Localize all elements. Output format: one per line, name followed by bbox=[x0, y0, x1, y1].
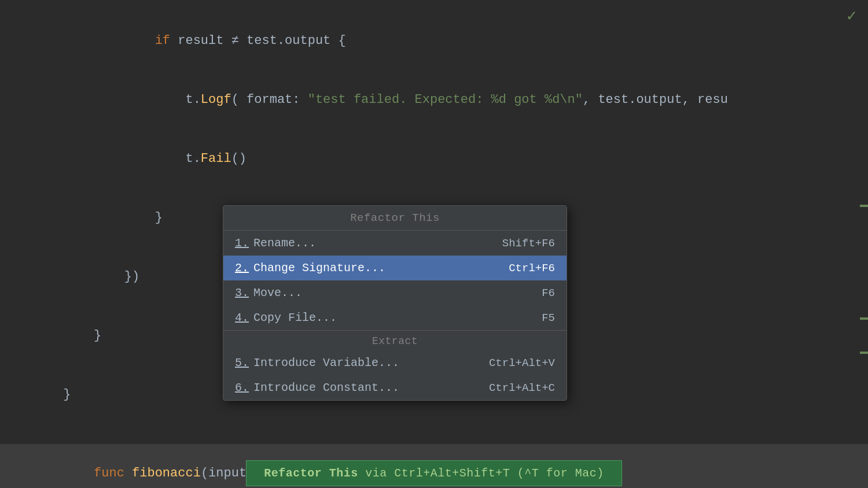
menu-item-copy-file-num: 4. bbox=[235, 311, 249, 324]
menu-item-change-signature[interactable]: 2. Change Signature... Ctrl+F6 bbox=[223, 256, 567, 280]
menu-item-copy-file-label: Copy File... bbox=[253, 311, 337, 324]
menu-item-introduce-constant-left: 6. Introduce Constant... bbox=[235, 381, 399, 394]
menu-item-introduce-constant-label: Introduce Constant... bbox=[253, 381, 399, 394]
menu-title: Refactor This bbox=[223, 206, 567, 231]
status-bar: Refactor This via Ctrl+Alt+Shift+T (^T f… bbox=[0, 458, 868, 488]
code-line-2: t.Logf( format: "test failed. Expected: … bbox=[0, 71, 868, 130]
code-line-blank bbox=[0, 424, 868, 444]
menu-item-copy-file-shortcut: F5 bbox=[542, 312, 555, 324]
status-hint: Refactor This via Ctrl+Alt+Shift+T (^T f… bbox=[246, 460, 622, 486]
menu-item-change-signature-num: 2. bbox=[235, 261, 249, 275]
menu-item-introduce-variable-left: 5. Introduce Variable... bbox=[235, 356, 399, 369]
menu-item-rename-left: 1. Rename... bbox=[235, 236, 316, 250]
menu-item-move-label: Move... bbox=[253, 286, 302, 300]
code-line-1: if result ≠ test.output { bbox=[0, 12, 868, 71]
menu-item-change-signature-left: 2. Change Signature... bbox=[235, 261, 385, 275]
menu-section-extract: Extract bbox=[223, 330, 567, 350]
status-hint-normal: via Ctrl+Alt+Shift+T (^T for Mac) bbox=[358, 467, 604, 480]
scroll-marker-2 bbox=[860, 317, 868, 320]
menu-item-introduce-variable-num: 5. bbox=[235, 356, 249, 369]
menu-item-copy-file-left: 4. Copy File... bbox=[235, 311, 337, 324]
scroll-marker-1 bbox=[860, 205, 868, 207]
menu-item-move-left: 3. Move... bbox=[235, 286, 302, 300]
menu-item-move-shortcut: F6 bbox=[542, 287, 555, 300]
menu-item-introduce-variable-shortcut: Ctrl+Alt+V bbox=[489, 357, 555, 369]
menu-item-introduce-variable-label: Introduce Variable... bbox=[253, 356, 399, 369]
green-tick-icon: ✓ bbox=[847, 6, 856, 25]
menu-item-introduce-constant-num: 6. bbox=[235, 381, 249, 394]
menu-item-rename-shortcut: Shift+F6 bbox=[502, 237, 555, 250]
scroll-marker-3 bbox=[860, 352, 868, 354]
menu-item-rename[interactable]: 1. Rename... Shift+F6 bbox=[223, 231, 567, 256]
menu-item-rename-num: 1. bbox=[235, 236, 249, 250]
menu-item-move[interactable]: 3. Move... F6 bbox=[223, 280, 567, 305]
status-hint-bold: Refactor This bbox=[264, 467, 358, 480]
menu-item-introduce-constant-shortcut: Ctrl+Alt+C bbox=[489, 382, 555, 394]
menu-item-copy-file[interactable]: 4. Copy File... F5 bbox=[223, 305, 567, 330]
code-line-3: t.Fail() bbox=[0, 130, 868, 188]
menu-item-move-num: 3. bbox=[235, 286, 249, 300]
code-editor: if result ≠ test.output { t.Logf( format… bbox=[0, 0, 868, 488]
menu-item-rename-label: Rename... bbox=[253, 236, 316, 250]
menu-item-introduce-constant[interactable]: 6. Introduce Constant... Ctrl+Alt+C bbox=[223, 375, 567, 400]
menu-item-introduce-variable[interactable]: 5. Introduce Variable... Ctrl+Alt+V bbox=[223, 350, 567, 375]
refactor-context-menu: Refactor This 1. Rename... Shift+F6 2. C… bbox=[223, 205, 567, 401]
menu-item-change-signature-label: Change Signature... bbox=[253, 261, 385, 275]
menu-item-change-signature-shortcut: Ctrl+F6 bbox=[509, 262, 555, 275]
